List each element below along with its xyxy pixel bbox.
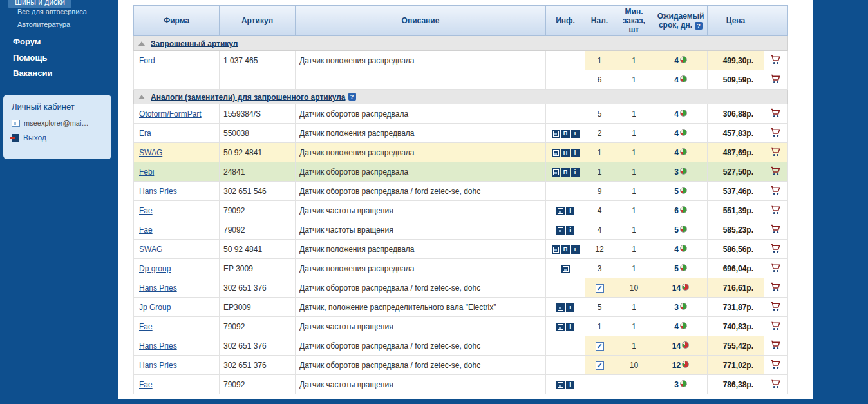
table-row: Otoform/FormPart1559384/SДатчик оборотов…	[134, 104, 788, 124]
section-title-link[interactable]: Аналоги (заменители) для запрошенного ар…	[151, 92, 346, 101]
add-to-cart-button[interactable]	[770, 244, 781, 253]
cell-info	[546, 182, 585, 201]
help-icon[interactable]: ?	[348, 93, 356, 101]
info-icon[interactable]: i	[571, 245, 580, 254]
cell-price: 537,46р.	[708, 182, 764, 201]
cell-description: Датчик положения распредвала	[296, 143, 546, 162]
firm-link[interactable]: Febi	[139, 168, 154, 177]
cell-term: 4	[654, 317, 708, 336]
firm-link[interactable]: Hans Pries	[139, 341, 177, 351]
cell-cart	[764, 143, 788, 162]
col-header-cart	[764, 6, 788, 36]
sidebar-item-vacancies[interactable]: Вакансии	[13, 68, 52, 78]
collapse-icon[interactable]	[138, 41, 145, 46]
col-header-min-order[interactable]: Мин. заказ, шт	[614, 6, 654, 36]
firm-link[interactable]: Fae	[139, 322, 153, 331]
add-to-cart-button[interactable]	[770, 166, 781, 176]
info-icon[interactable]: i	[571, 130, 580, 138]
photo-icon[interactable]	[552, 130, 560, 138]
info-icon[interactable]: i	[566, 323, 574, 331]
col-header-term[interactable]: Ожидаемый срок, дн.?	[654, 6, 708, 36]
photo-icon[interactable]	[552, 245, 560, 254]
photo-icon[interactable]	[552, 149, 560, 157]
info-icon[interactable]: i	[571, 168, 580, 177]
applicability-icon[interactable]: П	[561, 245, 570, 254]
photo-icon[interactable]	[556, 207, 565, 215]
photo-icon[interactable]	[556, 381, 565, 389]
cell-firm: Fae	[134, 317, 220, 336]
sidebar-item-autoservice[interactable]: Все для автосервиса	[17, 8, 87, 15]
add-to-cart-button[interactable]	[770, 224, 781, 234]
add-to-cart-button[interactable]	[770, 186, 781, 195]
add-to-cart-button[interactable]	[770, 108, 781, 118]
sidebar-item-help[interactable]: Помощь	[13, 53, 47, 63]
applicability-icon[interactable]: П	[561, 130, 570, 138]
firm-link[interactable]: Otoform/FormPart	[139, 110, 202, 119]
firm-link[interactable]: SWAG	[139, 148, 162, 157]
col-header-firm[interactable]: Фирма	[134, 6, 220, 36]
logout-button[interactable]: Выход	[12, 133, 111, 142]
firm-link[interactable]: Hans Pries	[139, 284, 177, 293]
add-to-cart-button[interactable]	[770, 128, 781, 137]
cabinet-title: Личный кабинет	[3, 95, 111, 111]
add-to-cart-button[interactable]	[770, 340, 781, 350]
firm-link[interactable]: Fae	[139, 380, 153, 389]
collapse-icon[interactable]	[138, 95, 145, 99]
cell-article: EP3009	[220, 298, 296, 317]
firm-link[interactable]: Hans Pries	[139, 361, 177, 370]
section-header-row: Аналоги (заменители) для запрошенного ар…	[134, 90, 788, 104]
cell-cart	[764, 259, 788, 278]
firm-link[interactable]: Fae	[139, 226, 153, 235]
term-pie-icon	[680, 75, 687, 82]
firm-link[interactable]: Ford	[139, 56, 155, 65]
photo-icon[interactable]	[556, 303, 565, 312]
cabinet-user-row[interactable]: mseexplorer@mai…	[12, 119, 111, 127]
col-header-availability[interactable]: Нал.	[585, 6, 614, 36]
section-title-link[interactable]: Запрошенный артикул	[151, 39, 238, 48]
cell-min-order: 1	[614, 317, 654, 336]
sidebar-item-autoliterature[interactable]: Автолитература	[17, 21, 70, 28]
firm-link[interactable]: Era	[139, 129, 151, 138]
col-header-description[interactable]: Описание	[296, 6, 546, 36]
info-icon[interactable]: i	[566, 381, 574, 389]
cell-min-order: 1	[614, 104, 654, 124]
info-icon[interactable]: i	[566, 303, 574, 312]
firm-link[interactable]: Jp Group	[139, 303, 171, 312]
add-to-cart-button[interactable]	[770, 74, 781, 84]
cell-info: i	[546, 201, 585, 220]
cell-cart	[764, 317, 788, 336]
applicability-icon[interactable]: П	[561, 168, 570, 177]
photo-icon[interactable]	[561, 265, 570, 273]
photo-icon[interactable]	[556, 226, 565, 235]
col-header-price[interactable]: Цена	[708, 6, 764, 36]
info-icon[interactable]: i	[571, 149, 580, 157]
cell-term: 3	[654, 375, 708, 394]
add-to-cart-button[interactable]	[770, 205, 781, 215]
sidebar-item-forum[interactable]: Форум	[13, 37, 41, 46]
add-to-cart-button[interactable]	[770, 360, 781, 369]
add-to-cart-button[interactable]	[770, 147, 781, 157]
add-to-cart-button[interactable]	[770, 282, 781, 292]
add-to-cart-button[interactable]	[770, 321, 781, 331]
table-row: 614509,59р.	[134, 70, 788, 90]
info-icon[interactable]: i	[566, 226, 574, 235]
add-to-cart-button[interactable]	[770, 379, 781, 389]
add-to-cart-button[interactable]	[770, 55, 781, 64]
photo-icon[interactable]	[556, 323, 565, 331]
add-to-cart-button[interactable]	[770, 263, 781, 273]
photo-icon[interactable]	[552, 168, 560, 177]
help-icon[interactable]: ?	[695, 22, 703, 30]
applicability-icon[interactable]: П	[561, 149, 570, 157]
col-header-article[interactable]: Артикул	[220, 6, 296, 36]
cell-price: 771,02р.	[708, 356, 764, 375]
firm-link[interactable]: SWAG	[139, 245, 162, 254]
firm-link[interactable]: Fae	[139, 206, 153, 215]
cell-firm: Fae	[134, 201, 220, 220]
info-icon[interactable]: i	[566, 207, 574, 215]
add-to-cart-button[interactable]	[770, 302, 781, 311]
search-results-area: Фирма Артикул Описание Инф. Нал. Мин. за…	[133, 5, 788, 394]
cell-firm: Fae	[134, 375, 220, 394]
firm-link[interactable]: Hans Pries	[139, 187, 177, 196]
firm-link[interactable]: Dp group	[139, 264, 171, 273]
cell-description: Датчик положения распредвала	[296, 259, 546, 278]
